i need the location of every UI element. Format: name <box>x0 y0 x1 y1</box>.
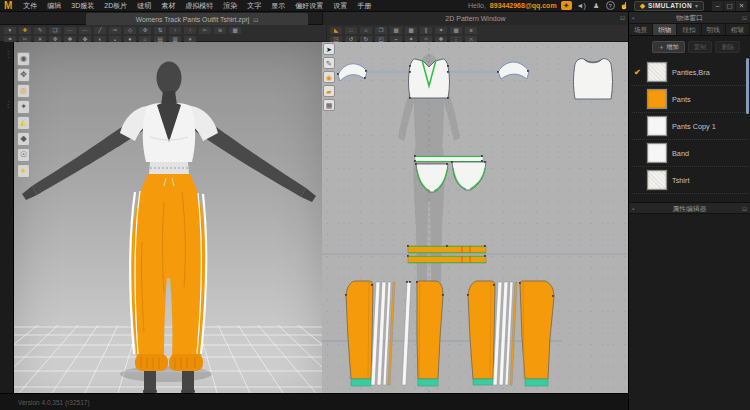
object-browser-tab[interactable]: 褶皱 <box>726 24 750 35</box>
pattern-panty-right[interactable] <box>452 162 486 190</box>
menu-item[interactable]: 设置 <box>328 1 352 11</box>
garment-waistband[interactable] <box>149 162 189 174</box>
viewport-tool-button[interactable]: ☉ <box>17 148 30 162</box>
fabric-list-item[interactable]: ✔ Band <box>632 140 747 167</box>
dock-handle-icon[interactable]: ⋮ <box>4 100 12 109</box>
panel-float-icon[interactable]: ⊡ <box>742 203 747 215</box>
pattern-pants-panel-2[interactable] <box>417 281 443 386</box>
menu-item[interactable]: 手册 <box>352 1 376 11</box>
pattern-tool-button[interactable]: ▦ <box>323 99 335 111</box>
pattern-sleeve-right[interactable] <box>498 62 529 79</box>
viewport-2d-pattern[interactable]: ➤✎◉▰▦ <box>322 42 628 393</box>
object-browser-tab[interactable]: 明线 <box>702 24 726 35</box>
menu-item[interactable]: 2D板片 <box>99 1 132 11</box>
toolbar-icon[interactable]: ▩ <box>405 27 417 34</box>
panel-menu-icon[interactable]: ▪ <box>632 12 634 24</box>
window-control-button[interactable]: ✕ <box>736 1 747 11</box>
object-browser-tab[interactable]: 织物 <box>653 24 677 35</box>
pattern-pants-panel-4[interactable] <box>520 281 554 386</box>
toolbar-icon[interactable]: ✎ <box>34 27 46 34</box>
viewport-tool-button[interactable]: ◉ <box>17 52 30 66</box>
menu-item[interactable]: 缝纫 <box>132 1 156 11</box>
pattern-tool-button[interactable]: ◉ <box>323 71 335 83</box>
pattern-window-float-icon[interactable]: ⊡ <box>620 15 625 22</box>
simulation-mode-button[interactable]: ◆ SIMULATION ▾ <box>634 1 704 11</box>
pattern-tshirt-back[interactable] <box>574 59 613 99</box>
toolbar-icon[interactable]: ▦ <box>390 27 402 34</box>
fabric-swatch[interactable] <box>647 170 667 190</box>
toolbar-icon[interactable]: ✚ <box>19 27 31 34</box>
menu-item[interactable]: 偏好设置 <box>290 1 328 11</box>
fabric-swatch[interactable] <box>647 116 667 136</box>
fabric-swatch[interactable] <box>647 143 667 163</box>
fabric-action-button[interactable]: 复制 <box>688 41 713 53</box>
panel-float-icon[interactable]: ⊡ <box>742 12 747 24</box>
tab-float-icon[interactable]: ⊡ <box>253 16 258 23</box>
fabric-list-item[interactable]: ✔ Pants Copy 1 <box>632 113 747 140</box>
object-browser-tab[interactable]: 纽扣 <box>677 24 701 35</box>
garment-crop-top[interactable] <box>120 102 218 162</box>
window-control-button[interactable]: – <box>712 1 723 11</box>
panel-scrollbar[interactable] <box>746 58 749 114</box>
toolbar-icon[interactable]: ▦ <box>450 27 462 34</box>
pattern-strip-single[interactable] <box>402 282 411 385</box>
pattern-tool-button[interactable]: ➤ <box>323 43 335 55</box>
garment-track-pants[interactable] <box>130 174 207 371</box>
membership-badge-icon[interactable]: ✦ <box>561 1 572 10</box>
pattern-pants-panel-1[interactable] <box>346 281 373 386</box>
viewport-tool-button[interactable]: ● <box>17 164 30 178</box>
toolbar-icon[interactable]: ◇ <box>124 27 136 34</box>
menu-item[interactable]: 渲染 <box>218 1 242 11</box>
menu-item[interactable]: 编辑 <box>42 1 66 11</box>
pattern-side-stripes-2[interactable] <box>493 282 517 385</box>
viewport-tool-button[interactable]: ◭ <box>17 116 30 130</box>
toolbar-icon[interactable]: ⌂ <box>360 27 372 34</box>
toolbar-icon[interactable]: ∷ <box>345 27 357 34</box>
account-email[interactable]: 893442968@qq.com <box>490 2 557 9</box>
help-icon[interactable]: ? <box>606 1 615 10</box>
toolbar-icon[interactable]: ↑ <box>169 27 181 34</box>
viewport-tool-button[interactable]: ◎ <box>17 84 30 98</box>
fabric-list-item[interactable]: ✔ Panties,Bra <box>632 59 747 86</box>
menu-item[interactable]: 显示 <box>266 1 290 11</box>
toolbar-icon[interactable]: ⋯ <box>79 27 91 34</box>
toolbar-icon[interactable]: ▾ <box>4 27 16 34</box>
toolbar-icon[interactable]: ✑ <box>109 27 121 34</box>
pattern-tool-button[interactable]: ✎ <box>323 57 335 69</box>
pattern-sleeve-left[interactable] <box>338 64 367 81</box>
object-browser-tab[interactable]: 场景 <box>629 24 653 35</box>
toolbar-icon[interactable]: ✦ <box>435 27 447 34</box>
viewport-tool-button[interactable]: ✦ <box>17 100 30 114</box>
menu-item[interactable]: 文件 <box>18 1 42 11</box>
toolbar-icon[interactable]: ⋯ <box>64 27 76 34</box>
toolbar-icon[interactable]: ≡ <box>465 27 477 34</box>
speaker-icon[interactable]: ◄) <box>576 1 587 10</box>
panel-menu-icon[interactable]: ▪ <box>632 203 634 215</box>
viewport-tool-button[interactable]: ◆ <box>17 132 30 146</box>
fabric-swatch[interactable] <box>647 89 667 109</box>
pattern-pants-panel-3[interactable] <box>468 281 495 385</box>
toolbar-icon[interactable]: ✣ <box>139 27 151 34</box>
menu-item[interactable]: 素材 <box>156 1 180 11</box>
toolbar-icon[interactable]: ✂ <box>199 27 211 34</box>
fabric-list-item[interactable]: ✔ Tshirt <box>632 167 747 194</box>
pattern-band[interactable] <box>415 156 483 162</box>
menu-item[interactable]: 虚拟模特 <box>180 1 218 11</box>
toolbar-icon[interactable]: ⇅ <box>154 27 166 34</box>
toolbar-icon[interactable]: ❐ <box>375 27 387 34</box>
toolbar-icon[interactable]: ∥ <box>420 27 432 34</box>
toolbar-icon[interactable]: ≋ <box>214 27 226 34</box>
window-control-button[interactable]: ▢ <box>724 1 735 11</box>
toolbar-icon[interactable]: ▦ <box>229 27 241 34</box>
toolbar-icon[interactable]: ❏ <box>49 27 61 34</box>
toolbar-icon[interactable]: ↑ <box>184 27 196 34</box>
fabric-swatch[interactable] <box>647 62 667 82</box>
viewport-3d[interactable]: ◉✥◎✦◭◆☉● <box>14 42 322 393</box>
document-tab[interactable]: Womens Track Pants Outfit Tshirt.zprj ⊡ <box>86 13 308 25</box>
pattern-side-stripes-1[interactable] <box>371 282 395 385</box>
fabric-list-item[interactable]: ✔ Pants <box>632 86 747 113</box>
hand-tool-icon[interactable]: ☝ <box>619 1 630 10</box>
toolbar-icon[interactable]: ◣ <box>330 27 342 34</box>
menu-item[interactable]: 文字 <box>242 1 266 11</box>
viewport-tool-button[interactable]: ✥ <box>17 68 30 82</box>
